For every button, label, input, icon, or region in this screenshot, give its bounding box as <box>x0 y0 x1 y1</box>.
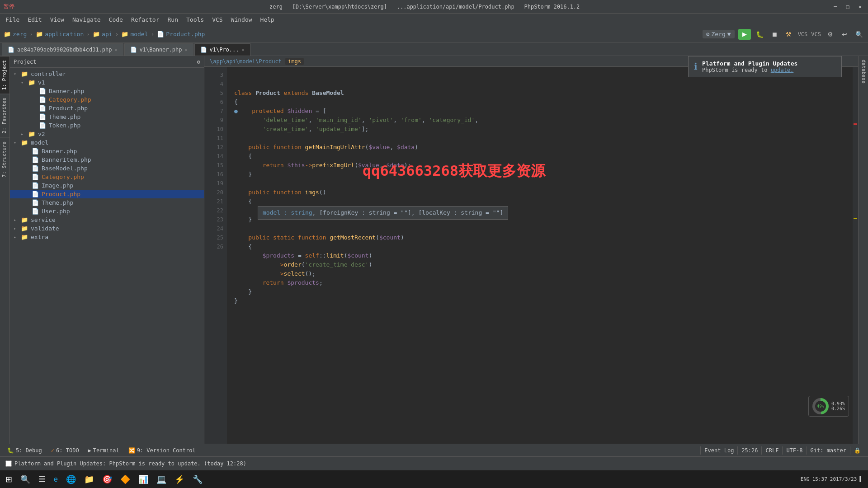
tree-item-v1-token[interactable]: 📄 Token.php <box>10 121 204 130</box>
run-config-selector[interactable]: ⚙ Zerg ▼ <box>703 30 735 38</box>
tree-item-validate[interactable]: ▸ 📁 validate <box>10 224 204 233</box>
taskbar-chrome[interactable]: 🌐 <box>62 471 80 488</box>
breadcrumb-application[interactable]: 📁 application <box>36 31 84 38</box>
status-lock[interactable]: 🔒 <box>850 446 864 455</box>
right-label-database[interactable]: database <box>859 56 868 87</box>
tree-item-model[interactable]: ▾ 📁 model <box>10 138 204 147</box>
tree-item-model-basemodel[interactable]: 📄 BaseModel.php <box>10 164 204 173</box>
tree-item-v1-product[interactable]: 📄 Product.php <box>10 104 204 113</box>
status-bar: 🐛 5: Debug ✓ 6: TODO ▶ Terminal 🔀 9: Ver… <box>0 444 868 456</box>
status-todo[interactable]: ✓ 6: TODO <box>47 446 83 455</box>
status-charset[interactable]: UTF-8 <box>782 446 806 455</box>
code-line-26: } <box>234 296 853 305</box>
tab-hash[interactable]: 📄 ae84a709aeb99026bdbb4cd31.php ✕ <box>2 43 123 56</box>
toolbar-right: ⚙ Zerg ▼ ▶ 🐛 ⏹ ⚒ VCS VCS ⚙ ↩ 🔍 <box>703 29 864 40</box>
ln-24: 24 <box>206 224 223 233</box>
settings-button[interactable]: ⚙ <box>825 29 835 40</box>
tree-item-model-category[interactable]: 📄 Category.php <box>10 173 204 181</box>
minimize-button[interactable]: ─ <box>831 3 840 11</box>
code-line-8 <box>234 134 853 143</box>
taskbar-search[interactable]: 🔍 <box>17 471 34 488</box>
side-panel-labels: 1: Project 2: Favorites 7: Structure <box>0 56 10 444</box>
taskbar-app3[interactable]: 📊 <box>135 471 152 488</box>
tree-item-extra[interactable]: ▸ 📁 extra <box>10 233 204 241</box>
taskbar-files[interactable]: 📁 <box>80 471 98 488</box>
taskbar-app6[interactable]: 🔧 <box>189 471 206 488</box>
tree-item-v1[interactable]: ▾ 📁 v1 <box>10 78 204 87</box>
breadcrumb-sep-3: › <box>115 31 119 38</box>
tree-item-v1-category[interactable]: 📄 Category.php <box>10 95 204 104</box>
tab-close-2[interactable]: ✕ <box>184 47 187 52</box>
breadcrumb-model[interactable]: 📁 model <box>121 31 148 38</box>
undo-button[interactable]: ↩ <box>839 29 850 40</box>
menu-navigate[interactable]: Navigate <box>69 15 104 24</box>
status-position[interactable]: 25:26 <box>737 446 761 455</box>
autocomplete-tooltip: model : string, [foreignKey : string = "… <box>258 206 508 220</box>
tree-item-v1-banner[interactable]: 📄 Banner.php <box>10 87 204 95</box>
file-icon-model-image: 📄 <box>32 182 40 189</box>
notif-link[interactable]: update. <box>771 67 794 73</box>
code-editor[interactable]: class Product extends BaseModel { ● prot… <box>227 67 853 444</box>
breadcrumb-product[interactable]: 📄 Product.php <box>157 31 205 38</box>
side-label-structure[interactable]: 7: Structure <box>0 137 9 181</box>
menu-view[interactable]: View <box>47 15 68 24</box>
tab-close-1[interactable]: ✕ <box>115 47 118 52</box>
menu-run[interactable]: Run <box>164 15 182 24</box>
status-git[interactable]: Git: master <box>807 446 850 455</box>
tree-label-v1: v1 <box>38 79 45 86</box>
tree-item-model-user[interactable]: 📄 User.php <box>10 207 204 216</box>
stop-button[interactable]: ⏹ <box>769 29 780 40</box>
taskbar-task-view[interactable]: ☰ <box>35 471 49 488</box>
debug-button[interactable]: 🐛 <box>755 29 765 40</box>
status-terminal[interactable]: ▶ Terminal <box>85 446 123 455</box>
status-vcs[interactable]: 🔀 9: Version Control <box>125 446 199 455</box>
menu-vcs[interactable]: VCS <box>208 15 226 24</box>
menu-edit[interactable]: Edit <box>24 15 45 24</box>
tree-item-v2[interactable]: ▸ 📁 v2 <box>10 130 204 138</box>
taskbar-app4[interactable]: 💻 <box>153 471 170 488</box>
taskbar-ie[interactable]: e <box>50 471 61 488</box>
code-container[interactable]: 3 4 5 6 7 9 10 11 12 14 15 16 19 20 21 2 <box>204 67 858 444</box>
side-label-project[interactable]: 1: Project <box>0 56 9 94</box>
tree-item-model-theme[interactable]: 📄 Theme.php <box>10 198 204 207</box>
taskbar-app2[interactable]: 🔶 <box>117 471 134 488</box>
search-button[interactable]: 🔍 <box>854 29 864 40</box>
taskbar-show-desktop[interactable]: ▌ <box>859 476 863 482</box>
breadcrumb-zerg[interactable]: 📁 zerg <box>4 31 27 38</box>
notif-checkbox[interactable] <box>5 460 12 467</box>
menu-window[interactable]: Window <box>227 15 256 24</box>
tree-item-model-banner[interactable]: 📄 Banner.php <box>10 147 204 155</box>
tab-product[interactable]: 📄 v1\Pro... ✕ <box>194 43 250 56</box>
side-label-favorites[interactable]: 2: Favorites <box>0 94 9 137</box>
menu-code[interactable]: Code <box>105 15 127 24</box>
status-crlf[interactable]: CRLF <box>761 446 782 455</box>
tab-close-3[interactable]: ✕ <box>242 47 245 52</box>
taskbar-app5[interactable]: ⚡ <box>171 471 188 488</box>
menu-help[interactable]: Help <box>257 15 278 24</box>
tree-item-model-banneritem[interactable]: 📄 BannerItem.php <box>10 155 204 164</box>
tree-item-model-image[interactable]: 📄 Image.php <box>10 181 204 190</box>
tree-item-model-product[interactable]: 📄 Product.php <box>10 190 204 198</box>
tree-item-v1-theme[interactable]: 📄 Theme.php <box>10 113 204 121</box>
breadcrumb-api[interactable]: 📁 api <box>93 31 112 38</box>
taskbar-app1[interactable]: 🎯 <box>99 471 116 488</box>
bottom-notif-text: Platform and Plugin Updates: PhpStorm is… <box>14 460 246 467</box>
window-controls[interactable]: ─ □ ✕ <box>831 3 864 11</box>
folder-icon-v1: 📁 <box>28 79 36 86</box>
status-event-log[interactable]: Event Log <box>700 446 737 455</box>
tab-banner[interactable]: 📄 v1\Banner.php ✕ <box>124 43 193 56</box>
tab-label-3: v1\Pro... <box>210 47 239 53</box>
tree-item-controller[interactable]: ▾ 📁 controller <box>10 70 204 78</box>
menu-refactor[interactable]: Refactor <box>127 15 163 24</box>
menu-tools[interactable]: Tools <box>183 15 208 24</box>
status-debug[interactable]: 🐛 5: Debug <box>4 446 46 455</box>
menu-file[interactable]: File <box>2 15 23 24</box>
breadcrumb-label-zerg[interactable]: zerg <box>13 31 27 38</box>
build-button[interactable]: ⚒ <box>783 29 794 40</box>
maximize-button[interactable]: □ <box>844 3 852 11</box>
taskbar-start[interactable]: ⊞ <box>2 471 16 488</box>
close-button[interactable]: ✕ <box>856 3 864 11</box>
tree-item-service[interactable]: ▸ 📁 service <box>10 216 204 224</box>
tab-icon-3: 📄 <box>200 47 207 53</box>
run-button[interactable]: ▶ <box>738 29 751 40</box>
